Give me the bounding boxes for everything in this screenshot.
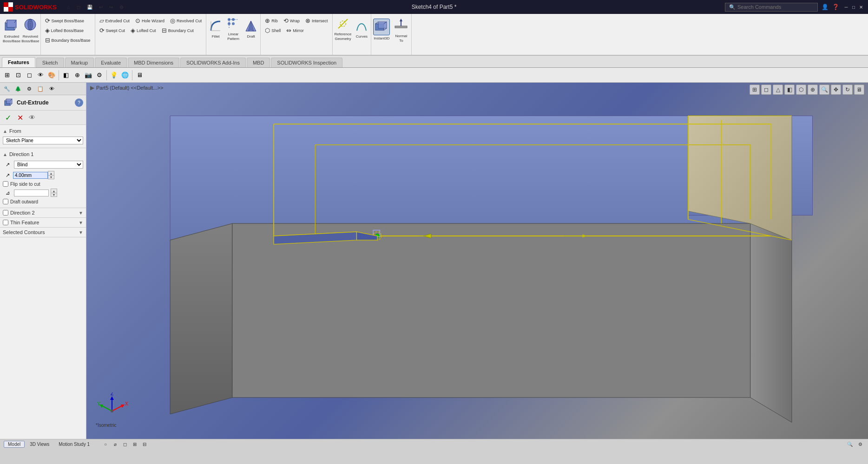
section-view-btn[interactable]: ◧ — [61, 70, 71, 80]
tab-features[interactable]: Features — [2, 57, 35, 67]
status-grid-btn[interactable]: ⊞ — [131, 440, 139, 449]
status-zoom-btn[interactable]: 🔍 — [846, 440, 854, 449]
extruded-cut-button[interactable]: ▱ Extruded Cut — [97, 16, 132, 25]
lofted-cut-button[interactable]: ◈ Lofted Cut — [128, 26, 158, 35]
panel-properties-icon[interactable]: 📋 — [35, 84, 46, 94]
lofted-boss-base-button[interactable]: ◈ Lofted Boss/Base — [43, 26, 86, 35]
view-focus-btn[interactable]: ⊕ — [72, 70, 82, 80]
linear-pattern-button[interactable] — [226, 16, 241, 31]
rib-button[interactable]: ⊕ Rib — [263, 16, 280, 25]
normal-to-button[interactable] — [393, 16, 409, 33]
draft-angle-icon[interactable]: ⊿ — [3, 188, 12, 197]
tab-mbd-dimensions[interactable]: MBD Dimensions — [128, 58, 179, 67]
view-selector-btn[interactable]: ⊞ — [2, 70, 12, 80]
direction1-label[interactable]: ▲ Direction 1 — [3, 151, 33, 157]
panel-help-button[interactable]: ? — [75, 98, 83, 107]
camera-btn[interactable]: 📷 — [83, 70, 93, 80]
direction2-checkbox[interactable] — [3, 210, 8, 216]
tab-sketch[interactable]: Sketch — [36, 58, 64, 67]
instant3d-button[interactable] — [373, 19, 390, 35]
draft-outward-checkbox[interactable] — [3, 199, 8, 204]
tab-solidworks-inspection[interactable]: SOLIDWORKS Inspection — [271, 58, 342, 67]
extruded-boss-base-button[interactable] — [3, 16, 20, 33]
reference-geometry-button[interactable] — [335, 16, 350, 31]
mirror-button[interactable]: ⇔ Mirror — [284, 26, 306, 35]
monitor-btn[interactable]: 🖥 — [134, 70, 145, 80]
boundary-cut-button[interactable]: ⊟ Boundary Cut — [159, 26, 196, 35]
depth-direction-icon[interactable]: ↗ — [3, 170, 12, 180]
depth-spin-down[interactable]: ▼ — [48, 175, 54, 179]
viewport[interactable]: ▶ Part5 (Default) <<Default...>> ⊞ ◻ △ ◧… — [86, 83, 868, 439]
cancel-button[interactable]: ✕ — [15, 112, 25, 123]
from-label[interactable]: ▲ From — [3, 128, 21, 134]
search-input[interactable] — [737, 4, 807, 10]
search-box[interactable]: 🔍 — [725, 3, 818, 12]
close-button[interactable]: ✕ — [858, 4, 864, 10]
statusbar-model-tab[interactable]: Model — [4, 441, 25, 448]
maximize-button[interactable]: □ — [850, 4, 857, 10]
quick-access-options[interactable]: ⚙ — [117, 1, 126, 13]
statusbar-3dviews-tab[interactable]: 3D Views — [26, 441, 53, 448]
tab-solidworks-addins[interactable]: SOLIDWORKS Add-Ins — [180, 58, 246, 67]
display-style-btn[interactable]: ◻ — [24, 70, 34, 80]
depth-spin-up[interactable]: ▲ — [48, 171, 54, 175]
panel-config-icon[interactable]: ⚙ — [24, 84, 34, 94]
minimize-button[interactable]: ─ — [843, 4, 849, 10]
hide-show-btn[interactable]: 👁 — [35, 70, 46, 80]
panel-display-icon[interactable]: 👁 — [46, 84, 57, 94]
tab-mbd[interactable]: MBD — [247, 58, 270, 67]
draft-spin-up[interactable]: ▲ — [51, 189, 57, 193]
appearance-btn[interactable]: 🎨 — [46, 70, 57, 80]
wrap-button[interactable]: ⟲ Wrap — [281, 16, 302, 25]
quick-access-home[interactable]: ⌂ — [65, 1, 72, 13]
hole-wizard-button[interactable]: ⊙ Hole Wizard — [133, 16, 167, 25]
draft-angle-input[interactable] — [14, 190, 49, 196]
instant3d-row: Instant3D NormalTo — [373, 16, 409, 43]
help-icon[interactable]: ❓ — [832, 4, 839, 10]
selected-contours-section[interactable]: Selected Contours ▼ — [0, 228, 86, 237]
flip-direction-button[interactable]: ↗ — [3, 160, 12, 169]
quick-access-undo[interactable]: ↩ — [97, 1, 105, 13]
panel-tree-icon[interactable]: 🌲 — [13, 84, 23, 94]
quick-access-redo[interactable]: ↪ — [107, 1, 115, 13]
scene-btn[interactable]: 🌐 — [120, 70, 130, 80]
tab-evaluate[interactable]: Evaluate — [95, 58, 127, 67]
thin-feature-section[interactable]: Thin Feature ▼ — [0, 218, 86, 228]
draft-button[interactable] — [243, 19, 258, 33]
flip-side-checkbox[interactable] — [3, 181, 8, 187]
direction1-type-select[interactable]: Blind Through All Up to Vertex Up to Sur… — [14, 161, 83, 169]
statusbar-motion-tab[interactable]: Motion Study 1 — [54, 441, 94, 448]
status-rect-btn[interactable]: ◻ — [121, 440, 129, 449]
swept-boss-base-button[interactable]: ⟳ Swept Boss/Base — [43, 16, 87, 25]
view-orientation-btn[interactable]: ⊡ — [13, 70, 23, 80]
revolved-boss-base-button[interactable] — [21, 16, 39, 33]
swept-cut-button[interactable]: ⟳ Swept Cut — [97, 26, 128, 35]
from-select[interactable]: Sketch Plane — [3, 137, 83, 144]
intersect-button[interactable]: ⊗ Intersect — [303, 16, 330, 25]
lighting-btn[interactable]: 💡 — [109, 70, 119, 80]
status-circle2-btn[interactable]: ⌀ — [111, 440, 119, 449]
depth-input[interactable] — [13, 172, 48, 179]
user-icon[interactable]: 👤 — [822, 4, 829, 10]
cut-extrude-icon — [3, 97, 14, 108]
panel-features-icon[interactable]: 🔧 — [2, 84, 12, 94]
flip-side-row: Flip side to cut — [3, 181, 83, 187]
revolved-cut-button[interactable]: ◎ Revolved Cut — [168, 16, 204, 25]
tab-markup[interactable]: Markup — [65, 58, 94, 67]
thin-feature-checkbox[interactable] — [3, 220, 8, 225]
shell-button[interactable]: ⬡ Shell — [263, 26, 283, 35]
boundary-boss-base-button[interactable]: ⊟ Boundary Boss/Base — [43, 36, 93, 45]
ok-button[interactable]: ✓ — [3, 112, 13, 123]
view-settings-btn[interactable]: ⚙ — [94, 70, 105, 80]
direction2-section[interactable]: Direction 2 ▼ — [0, 208, 86, 218]
draft-spin-down[interactable]: ▼ — [51, 193, 57, 197]
quick-access-save[interactable]: 💾 — [85, 1, 95, 13]
window-controls[interactable]: ─ □ ✕ — [843, 4, 864, 10]
status-circle-btn[interactable]: ○ — [101, 440, 110, 449]
status-minus-btn[interactable]: ⊟ — [140, 440, 149, 449]
status-settings-btn[interactable]: ⚙ — [856, 440, 864, 449]
preview-button[interactable]: 👁 — [27, 112, 37, 123]
fillet-button[interactable] — [208, 19, 223, 33]
quick-access-new[interactable]: ◻ — [74, 1, 83, 13]
curves-button[interactable] — [354, 19, 369, 33]
